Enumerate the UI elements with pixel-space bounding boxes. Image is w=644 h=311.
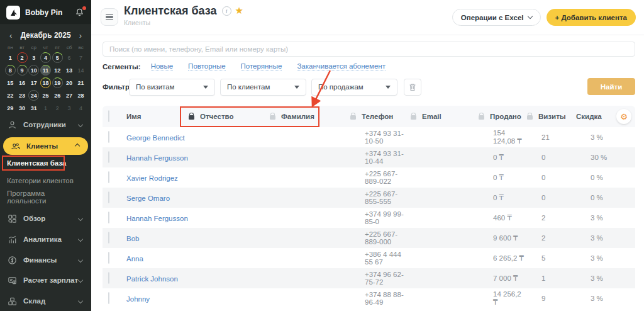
calendar-prev-button[interactable]: ‹ [9,31,12,40]
sidebar-subitem-client-base[interactable]: Клиентская база [0,155,91,171]
calendar-day[interactable]: 9 [17,65,28,76]
calendar-day[interactable]: 4 [40,52,51,63]
calendar-day[interactable]: 5 [52,52,63,63]
excel-operations-button[interactable]: Операции с Excel [452,9,541,26]
row-checkbox[interactable] [108,252,109,264]
calendar-day[interactable]: 10 [28,65,39,76]
calendar-day[interactable]: 6 [64,52,74,63]
client-search-input[interactable] [103,42,635,57]
client-name-link[interactable]: Johnny [126,295,150,303]
table-row: Johnny+374 88 88-96-4914 256,2 ₸93 % [103,288,635,308]
row-checkbox[interactable] [108,292,109,304]
cell-visits: 0 [527,174,576,181]
calendar-next-button[interactable]: › [79,31,82,40]
calendar-day[interactable]: 24 [28,90,39,101]
column-header-email[interactable]: Email [411,113,479,120]
calendar-day[interactable]: 2 [17,52,28,63]
calendar-day[interactable]: 23 [17,90,28,101]
favorite-star-icon[interactable]: ★ [235,5,243,16]
calendar-day[interactable]: 2 [52,103,63,113]
calendar-day[interactable]: 12 [52,65,63,76]
clear-filters-button[interactable] [404,79,421,96]
calendar-day[interactable]: 3 [28,52,39,63]
info-icon[interactable]: i [222,6,231,16]
calendar-day[interactable]: 19 [52,77,63,88]
sidebar-item-clients[interactable]: Клиенты [3,137,88,155]
segment-link-lost[interactable]: Потерянные [241,62,282,71]
calendar-day[interactable]: 16 [17,77,28,88]
row-checkbox[interactable] [108,171,109,183]
calendar-day[interactable]: 4 [75,103,86,113]
filters-label: Фильтры: [103,83,129,91]
sidebar-item-finance[interactable]: Финансы [0,251,91,269]
calendar-day[interactable]: 22 [5,90,16,101]
segments-label: Сегменты: [103,63,141,71]
sidebar-item-warehouse[interactable]: Склад [0,292,91,310]
sidebar-item-employees[interactable]: Сотрудники [0,116,91,133]
notification-dot [82,6,86,10]
menu-toggle-button[interactable] [101,8,118,26]
calendar-day[interactable]: 20 [64,77,74,88]
find-button[interactable]: Найти [587,78,635,95]
row-checkbox[interactable] [108,131,109,143]
calendar-day[interactable]: 1 [40,103,51,113]
client-name-link[interactable]: Serge Omaro [126,195,170,202]
sidebar-subitem-loyalty-program[interactable]: Программа лояльности [0,189,91,205]
row-checkbox[interactable] [108,232,109,244]
calendar-day[interactable]: 27 [64,90,74,101]
calendar-day[interactable]: 17 [28,77,39,88]
sidebar-item-overview[interactable]: Обзор [0,210,91,227]
calendar-day[interactable]: 14 [75,65,86,76]
calendar-day[interactable]: 28 [75,90,86,101]
calendar-day[interactable]: 21 [75,77,86,88]
calendar-day[interactable]: 1 [5,52,16,63]
row-checkbox[interactable] [108,212,109,223]
client-name-link[interactable]: Hannah Fergusson [126,154,188,162]
filter-select-clients[interactable]: По клиентам [220,79,306,96]
sidebar-item-payroll[interactable]: Расчет зарплат [0,271,91,289]
segment-link-new[interactable]: Новые [151,62,173,71]
segment-link-subscription-ending[interactable]: Заканчивается абонемент [297,62,386,71]
column-header-discount[interactable]: Скидка [576,113,620,120]
segment-link-repeat[interactable]: Повторные [188,62,225,71]
filter-select-sales[interactable]: По продажам [311,79,397,96]
client-name-link[interactable]: Anna [126,255,143,263]
calendar-day[interactable]: 29 [5,103,16,113]
client-name-link[interactable]: Bob [126,235,139,242]
client-name-link[interactable]: Xavier Rodrigez [126,174,178,182]
row-checkbox[interactable] [108,272,109,284]
client-name-link[interactable]: Hannah Fergusson [126,215,188,222]
calendar-day[interactable]: 8 [5,65,16,76]
add-client-button[interactable]: + Добавить клиента [547,9,636,26]
calendar-day[interactable]: 15 [5,77,16,88]
cell-phone: +386 4 444 55 67 [350,251,411,266]
column-header-phone[interactable]: Телефон [350,113,411,120]
client-name-link[interactable]: George Bennedict [126,134,185,142]
calendar-day[interactable]: 7 [75,52,86,63]
calendar-day[interactable]: 18 [40,77,51,88]
sidebar-item-analytics[interactable]: Аналитика [0,230,91,248]
calendar-day[interactable]: 13 [64,65,74,76]
column-header-last-name[interactable]: Фамилия [270,113,350,120]
select-all-checkbox[interactable] [108,110,109,122]
calendar-day[interactable]: 11 [40,65,51,76]
row-checkbox[interactable] [108,191,109,203]
column-header-middle-name[interactable]: Отчество [189,113,270,120]
sidebar-subitem-client-categories[interactable]: Категории клиентов [0,172,91,188]
column-header-name[interactable]: Имя [126,113,189,120]
row-checkbox[interactable] [108,151,109,163]
calendar-day[interactable]: 25 [40,90,51,101]
calendar-day[interactable]: 3 [64,103,74,113]
chevron-down-icon [78,216,83,221]
brand-logo[interactable] [6,6,20,20]
calendar-day[interactable]: 26 [52,90,63,101]
table-settings-gear-icon[interactable]: ⚙ [616,109,631,124]
notifications-bell[interactable] [75,8,85,18]
calendar-day[interactable]: 31 [28,103,39,113]
client-name-link[interactable]: Patrick Johnson [126,275,178,283]
column-header-sold[interactable]: Продано [479,113,527,120]
calendar-day[interactable]: 30 [17,103,28,113]
cell-visits: 21 [527,133,576,141]
filter-select-visits[interactable]: По визитам [129,79,215,96]
column-header-visits[interactable]: Визиты [527,113,576,120]
